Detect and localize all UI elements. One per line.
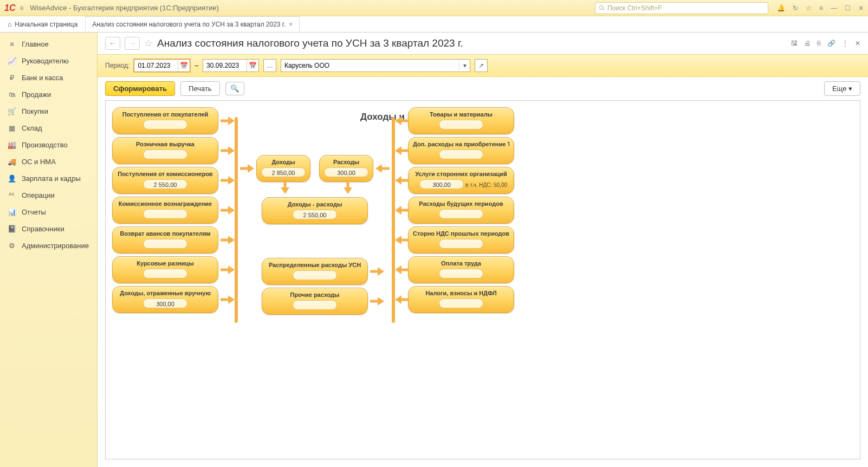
date-to-input[interactable] xyxy=(203,60,247,71)
report-box[interactable]: Доходы - расходы2 550,00 xyxy=(262,197,368,224)
box-value xyxy=(143,269,187,278)
arrow-left-icon xyxy=(395,116,409,126)
report-box[interactable]: Поступления от комиссионеров2 550,00 xyxy=(112,167,218,194)
box-value xyxy=(293,300,337,310)
report-box[interactable]: Распределенные расходы УСН xyxy=(262,258,368,285)
home-icon: ⌂ xyxy=(8,21,11,28)
export-icon[interactable]: ⎘ xyxy=(817,40,821,47)
nav-forward-button[interactable]: → xyxy=(125,37,140,50)
arrow-left-icon xyxy=(395,176,409,185)
report-box[interactable]: Доп. расходы на приобретение ТМЦ xyxy=(408,137,514,164)
report-box[interactable]: Расходы будущих периодов xyxy=(408,197,514,224)
nav-back-button[interactable]: ← xyxy=(105,37,120,50)
date-from-field[interactable]: 📅 xyxy=(134,59,190,72)
tab-report[interactable]: Анализ состояния налогового учета по УСН… xyxy=(86,16,300,32)
org-open-button[interactable]: ↗ xyxy=(475,59,488,72)
close-panel-icon[interactable]: ✕ xyxy=(855,40,860,47)
report-box[interactable]: Доходы2 850,00 xyxy=(256,155,310,182)
tab-row: ⌂ Начальная страница Анализ состояния на… xyxy=(0,16,868,33)
org-select[interactable]: ▾ xyxy=(281,59,470,72)
close-icon[interactable]: × xyxy=(289,21,293,28)
nav-purchases[interactable]: 🛒Покупки xyxy=(0,103,97,120)
date-to-field[interactable]: 📅 xyxy=(203,59,259,72)
box-title: Возврат авансов покупателям xyxy=(117,230,213,237)
nav-sales[interactable]: 🛍Продажи xyxy=(0,86,97,103)
box-value xyxy=(439,299,483,308)
report-box[interactable]: Товары и материалы xyxy=(408,107,514,134)
report-box[interactable]: Услуги сторонних организаций300,00в т.ч.… xyxy=(408,167,514,194)
report-box[interactable]: Поступления от покупателей xyxy=(112,107,218,134)
link-icon[interactable]: 🔗 xyxy=(827,40,835,47)
nav-main[interactable]: ≡Главное xyxy=(0,36,97,53)
rail-left xyxy=(235,117,238,323)
nav-operations[interactable]: ᴬᵏОперации xyxy=(0,187,97,204)
nav-manager[interactable]: 📈Руководителю xyxy=(0,53,97,69)
report-box[interactable]: Комиссионное вознаграждение xyxy=(112,197,218,224)
close-window-icon[interactable]: ✕ xyxy=(858,4,864,12)
print-icon[interactable]: 🖨 xyxy=(804,40,811,47)
save-icon[interactable]: 🖫 xyxy=(791,40,798,47)
svg-marker-31 xyxy=(395,146,401,155)
svg-marker-11 xyxy=(228,236,235,244)
calendar-icon[interactable]: 📅 xyxy=(178,60,190,72)
box-title: Доп. расходы на приобретение ТМЦ xyxy=(413,141,509,147)
nav-reports[interactable]: 📊Отчеты xyxy=(0,204,97,220)
org-input[interactable] xyxy=(281,60,459,71)
more-button[interactable]: Еще ▾ xyxy=(824,81,860,96)
main-menu-icon[interactable]: ≡ xyxy=(20,4,23,12)
box-title: Поступления от комиссионеров xyxy=(117,171,213,177)
bell-icon[interactable]: 🔔 xyxy=(777,4,785,12)
chart-icon: 📈 xyxy=(8,57,16,65)
report-box[interactable]: Курсовые разницы xyxy=(112,256,218,283)
maximize-icon[interactable]: ☐ xyxy=(845,4,851,12)
preview-button[interactable]: 🔍 xyxy=(225,82,244,95)
tab-home[interactable]: ⌂ Начальная страница xyxy=(0,16,86,32)
global-search-input[interactable]: Поиск Ctrl+Shift+F xyxy=(595,2,768,14)
box-value xyxy=(143,209,187,219)
nav-bank[interactable]: ₽Банк и касса xyxy=(0,69,97,86)
more-icon[interactable]: ⋮ xyxy=(842,40,848,47)
svg-marker-13 xyxy=(228,265,235,274)
form-button[interactable]: Сформировать xyxy=(105,81,175,96)
report-box[interactable]: Расходы300,00 xyxy=(319,155,373,182)
svg-marker-7 xyxy=(228,176,235,185)
star-icon[interactable]: ☆ xyxy=(806,4,812,12)
title-bar: 1C ≡ WiseAdvice - Бухгалтерия предприяти… xyxy=(0,0,868,16)
nav-label: Склад xyxy=(22,124,42,132)
menu-icon[interactable]: ≡ xyxy=(819,4,823,12)
book-icon: 📓 xyxy=(8,225,16,233)
period-picker-button[interactable]: … xyxy=(263,59,276,72)
box-title: Курсовые разницы xyxy=(117,260,213,267)
minimize-icon[interactable]: — xyxy=(831,4,837,12)
report-box[interactable]: Возврат авансов покупателям xyxy=(112,226,218,254)
nav-payroll[interactable]: 👤Зарплата и кадры xyxy=(0,170,97,187)
print-button[interactable]: Печать xyxy=(180,81,220,96)
report-box[interactable]: Налоги, взносы и НДФЛ xyxy=(408,286,514,313)
cart-icon: 🛒 xyxy=(8,107,16,115)
nav-admin[interactable]: ⚙Администрирование xyxy=(0,237,97,254)
app-title: WiseAdvice - Бухгалтерия предприятия (1С… xyxy=(30,4,218,12)
dropdown-icon[interactable]: ▾ xyxy=(459,62,470,69)
report-box[interactable]: Розничная выручка xyxy=(112,137,218,164)
nav-catalogs[interactable]: 📓Справочники xyxy=(0,220,97,237)
date-from-input[interactable] xyxy=(134,60,178,71)
report-box[interactable]: Сторно НДС прошлых периодов xyxy=(408,226,514,254)
nav-production[interactable]: 🏭Производство xyxy=(0,137,97,153)
box-value xyxy=(439,120,483,129)
actions-bar: Сформировать Печать 🔍 Еще ▾ xyxy=(98,77,868,100)
history-icon[interactable]: ↻ xyxy=(793,4,798,12)
nav-label: Операции xyxy=(22,191,55,199)
box-value xyxy=(439,269,483,278)
report-box[interactable]: Доходы, отраженные вручную300,00 xyxy=(112,286,218,313)
svg-point-0 xyxy=(599,5,603,9)
calendar-icon[interactable]: 📅 xyxy=(247,60,258,72)
report-box[interactable]: Прочие расходы xyxy=(262,288,368,315)
report-box[interactable]: Оплата труда xyxy=(408,256,514,283)
nav-assets[interactable]: 🚚ОС и НМА xyxy=(0,153,97,170)
tab-home-label: Начальная страница xyxy=(15,21,77,28)
factory-icon: 🏭 xyxy=(8,141,16,149)
main-panel: ← → ☆ Анализ состояния налогового учета … xyxy=(98,33,868,467)
box-title: Распределенные расходы УСН xyxy=(267,262,363,268)
favorite-icon[interactable]: ☆ xyxy=(144,37,153,49)
nav-warehouse[interactable]: ▦Склад xyxy=(0,120,97,137)
